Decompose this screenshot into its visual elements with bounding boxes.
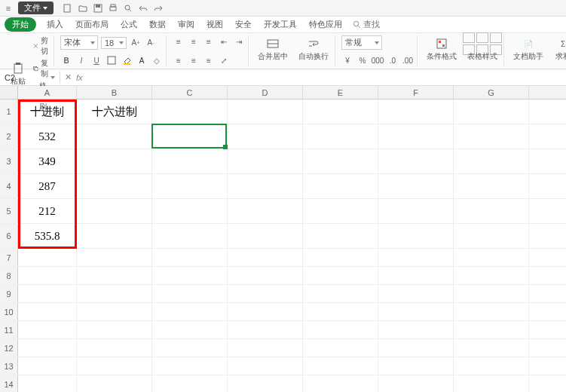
align-right-icon[interactable]: ≡ bbox=[203, 54, 215, 66]
row-header-3[interactable]: 3 bbox=[0, 149, 18, 173]
new-file-icon[interactable] bbox=[63, 3, 73, 14]
align-center-icon[interactable]: ≡ bbox=[188, 54, 200, 66]
cell-D8[interactable] bbox=[228, 267, 303, 284]
col-header-E[interactable]: E bbox=[303, 86, 378, 99]
fx-icon[interactable]: fx bbox=[76, 73, 83, 82]
row-header-7[interactable]: 7 bbox=[0, 249, 18, 266]
cell-E10[interactable] bbox=[303, 303, 378, 320]
cell-C14[interactable] bbox=[152, 375, 228, 392]
currency-icon[interactable]: ¥ bbox=[341, 54, 353, 66]
cell-E8[interactable] bbox=[303, 267, 378, 284]
cell-E13[interactable] bbox=[303, 357, 378, 375]
cell-A10[interactable] bbox=[18, 303, 77, 320]
increase-decimal-icon[interactable]: .00 bbox=[402, 54, 414, 66]
file-menu-button[interactable]: 文件 bbox=[18, 2, 54, 14]
tab-review[interactable]: 审阅 bbox=[176, 19, 196, 30]
col-header-D[interactable]: D bbox=[228, 86, 303, 99]
cell-C8[interactable] bbox=[152, 267, 228, 284]
cell-B7[interactable] bbox=[77, 249, 152, 266]
cell-A12[interactable] bbox=[18, 339, 77, 357]
cell-A1[interactable]: 十进制 bbox=[18, 100, 77, 124]
cell-D5[interactable] bbox=[228, 199, 303, 223]
cell-style-button[interactable]: 表格样式 bbox=[464, 35, 500, 63]
cell-D1[interactable] bbox=[228, 100, 303, 124]
undo-icon[interactable] bbox=[138, 3, 148, 14]
row-header-6[interactable]: 6 bbox=[0, 224, 18, 248]
cell-D6[interactable] bbox=[228, 224, 303, 248]
indent-increase-icon[interactable]: ⇥ bbox=[233, 35, 245, 47]
tab-developer[interactable]: 开发工具 bbox=[262, 19, 298, 30]
cell-B13[interactable] bbox=[77, 357, 152, 375]
cell-G4[interactable] bbox=[454, 174, 529, 198]
col-header-B[interactable]: B bbox=[77, 86, 152, 99]
cell-G13[interactable] bbox=[454, 357, 529, 375]
col-header-C[interactable]: C bbox=[152, 86, 228, 99]
cell-G11[interactable] bbox=[454, 321, 529, 338]
tab-special[interactable]: 特色应用 bbox=[307, 19, 344, 30]
font-size-select[interactable]: 18 bbox=[101, 37, 127, 49]
cell-C11[interactable] bbox=[152, 321, 228, 338]
col-header-F[interactable]: F bbox=[378, 86, 454, 99]
cell-A4[interactable]: 287 bbox=[18, 174, 77, 198]
cell-D3[interactable] bbox=[228, 149, 303, 173]
cell-C12[interactable] bbox=[152, 339, 228, 357]
save-icon[interactable] bbox=[93, 3, 103, 14]
cell-C9[interactable] bbox=[152, 285, 228, 302]
cell-B3[interactable] bbox=[77, 149, 152, 173]
cell-E1[interactable] bbox=[303, 100, 378, 124]
cell-C13[interactable] bbox=[152, 357, 228, 375]
row-header-8[interactable]: 8 bbox=[0, 267, 18, 284]
cell-F7[interactable] bbox=[378, 249, 454, 266]
cell-D11[interactable] bbox=[228, 321, 303, 338]
tab-page-layout[interactable]: 页面布局 bbox=[74, 19, 110, 30]
cell-D12[interactable] bbox=[228, 339, 303, 357]
sum-button[interactable]: Σ求和 bbox=[551, 35, 566, 63]
cell-A3[interactable]: 349 bbox=[18, 149, 77, 173]
align-bottom-icon[interactable]: ≡ bbox=[203, 35, 215, 47]
row-header-11[interactable]: 11 bbox=[0, 321, 18, 338]
cell-D13[interactable] bbox=[228, 357, 303, 375]
cut-button[interactable]: 剪切 bbox=[33, 35, 50, 57]
font-name-select[interactable]: 宋体 bbox=[60, 35, 98, 50]
number-format-select[interactable]: 常规 bbox=[341, 35, 382, 50]
cell-F13[interactable] bbox=[378, 357, 454, 375]
cell-B2[interactable] bbox=[77, 124, 152, 149]
cell-A2[interactable]: 532 bbox=[18, 124, 77, 149]
cell-C6[interactable] bbox=[152, 224, 228, 248]
cell-E2[interactable] bbox=[303, 124, 378, 149]
cell-B11[interactable] bbox=[77, 321, 152, 338]
cell-G8[interactable] bbox=[454, 267, 529, 284]
align-left-icon[interactable]: ≡ bbox=[173, 54, 185, 66]
cell-F9[interactable] bbox=[378, 285, 454, 302]
cell-E12[interactable] bbox=[303, 339, 378, 357]
row-header-4[interactable]: 4 bbox=[0, 174, 18, 198]
select-all-corner[interactable] bbox=[0, 86, 18, 99]
cell-G1[interactable] bbox=[454, 100, 529, 124]
row-header-9[interactable]: 9 bbox=[0, 285, 18, 302]
cell-C1[interactable] bbox=[152, 100, 228, 124]
border-button[interactable] bbox=[106, 54, 118, 66]
col-header-A[interactable]: A bbox=[18, 86, 77, 99]
cell-D2[interactable] bbox=[228, 124, 303, 149]
print-icon[interactable] bbox=[108, 3, 118, 14]
cell-F2[interactable] bbox=[378, 124, 454, 149]
orientation-icon[interactable]: ⤢ bbox=[218, 54, 230, 66]
cell-D14[interactable] bbox=[228, 375, 303, 392]
cell-F1[interactable] bbox=[378, 100, 454, 124]
cell-F11[interactable] bbox=[378, 321, 454, 338]
comma-icon[interactable]: 000 bbox=[372, 54, 384, 66]
col-header-G[interactable]: G bbox=[454, 86, 529, 99]
bold-button[interactable]: B bbox=[60, 54, 72, 66]
merge-center-button[interactable]: 合并居中 bbox=[255, 35, 291, 63]
tab-security[interactable]: 安全 bbox=[234, 19, 253, 30]
tab-insert[interactable]: 插入 bbox=[45, 19, 65, 30]
cell-B10[interactable] bbox=[77, 303, 152, 320]
increase-font-icon[interactable]: A+ bbox=[130, 37, 142, 49]
cell-E11[interactable] bbox=[303, 321, 378, 338]
cell-B5[interactable] bbox=[77, 199, 152, 223]
conditional-format-button[interactable]: 条件格式 bbox=[424, 35, 460, 63]
cell-A14[interactable] bbox=[18, 375, 77, 392]
cell-A8[interactable] bbox=[18, 267, 77, 284]
cell-B4[interactable] bbox=[77, 174, 152, 198]
cell-F12[interactable] bbox=[378, 339, 454, 357]
